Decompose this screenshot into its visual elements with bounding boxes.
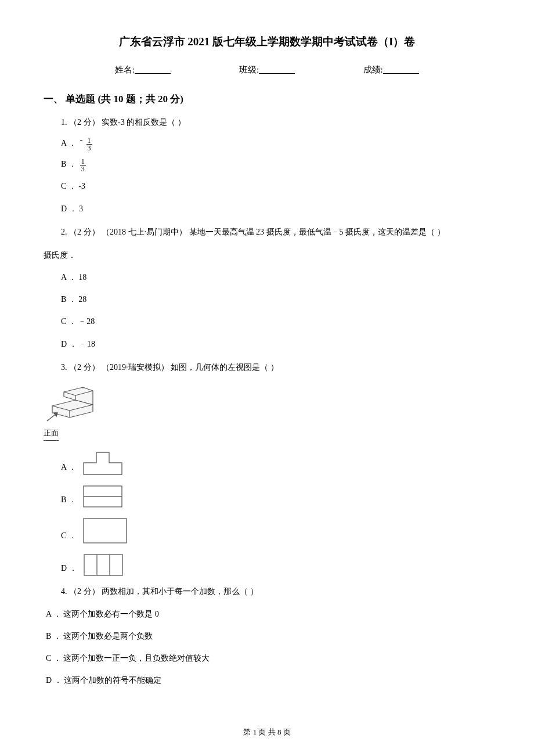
score-blank[interactable] — [383, 65, 419, 74]
name-label: 姓名: — [115, 65, 135, 74]
iso-3d-solid-icon — [44, 383, 99, 423]
option-label: A ． — [61, 458, 77, 477]
q2-stem-1: 2. （2 分） （2018 七上·易门期中） 某地一天最高气温 23 摄氏度，… — [61, 223, 490, 242]
section-heading-1: 一、 单选题 (共 10 题；共 20 分) — [44, 91, 490, 109]
q3-stem: 3. （2 分） （2019·瑞安模拟） 如图，几何体的左视图是（ ） — [61, 358, 490, 377]
front-face-label: 正面 — [44, 426, 59, 441]
q1-option-d: D ． 3 — [61, 200, 490, 218]
q1-option-b: B ． 13 — [61, 155, 490, 174]
q4-option-d: D ． 这两个加数的符号不能确定 — [46, 671, 490, 690]
q4-option-a: A ． 这两个加数必有一个数是 0 — [46, 605, 490, 624]
svg-rect-13 — [84, 519, 127, 543]
option-label: D ． — [61, 559, 77, 578]
minus-sign: - — [80, 131, 83, 149]
question-2-options: A ． 18 B ． 28 C ． ﹣28 D ． ﹣18 — [61, 268, 490, 354]
q2-option-c: C ． ﹣28 — [61, 312, 490, 331]
question-2: 2. （2 分） （2018 七上·易门期中） 某地一天最高气温 23 摄氏度，… — [61, 223, 490, 242]
student-info-row: 姓名: 班级: 成绩: — [44, 62, 490, 78]
name-blank[interactable] — [135, 65, 171, 74]
q3-option-d: D ． — [61, 551, 490, 578]
q4-option-c: C ． 这两个加数一正一负，且负数绝对值较大 — [46, 649, 490, 668]
question-3: 3. （2 分） （2019·瑞安模拟） 如图，几何体的左视图是（ ） — [61, 358, 490, 377]
class-label: 班级: — [239, 65, 259, 74]
q1-stem: 1. （2 分） 实数-3 的相反数是（ ） — [61, 113, 490, 132]
fraction-icon: 13 — [86, 137, 92, 152]
split-rect-h-icon — [80, 483, 125, 509]
question-1: 1. （2 分） 实数-3 的相反数是（ ） A ． -13 B ． 13 C … — [61, 113, 490, 218]
svg-marker-10 — [54, 413, 57, 416]
q2-option-a: A ． 18 — [61, 268, 490, 287]
q4-option-b: B ． 这两个加数必是两个负数 — [46, 627, 490, 646]
q4-stem: 4. （2 分） 两数相加，其和小于每一个加数，那么（ ） — [61, 582, 490, 601]
split-rect-v-icon — [81, 551, 126, 578]
option-label: A ． — [61, 134, 77, 153]
q3-option-a: A ． — [61, 449, 490, 477]
option-label: B ． — [61, 491, 77, 509]
svg-rect-14 — [84, 555, 122, 575]
page-title: 广东省云浮市 2021 版七年级上学期数学期中考试试卷（I）卷 — [44, 32, 490, 52]
score-label: 成绩: — [363, 65, 383, 74]
question-4: 4. （2 分） 两数相加，其和小于每一个加数，那么（ ） A ． 这两个加数必… — [61, 582, 490, 690]
q2-option-b: B ． 28 — [61, 290, 490, 309]
rect-icon — [80, 515, 129, 545]
q1-option-c: C ． -3 — [61, 177, 490, 196]
page-footer: 第 1 页 共 8 页 — [0, 725, 534, 739]
option-label: C ． — [61, 527, 77, 545]
q2-stem-2: 摄氏度． — [44, 246, 490, 265]
q3-option-b: B ． — [61, 483, 490, 509]
q3-option-c: C ． — [61, 515, 490, 545]
class-blank[interactable] — [259, 65, 295, 74]
t-shape-icon — [80, 449, 125, 477]
q3-figure-block: 正面 — [44, 383, 490, 441]
q1-option-a: A ． -13 — [61, 134, 490, 153]
question-3-options: A ． B ． C ． D ． — [61, 449, 490, 578]
q2-option-d: D ． ﹣18 — [61, 335, 490, 354]
option-label: B ． — [61, 155, 77, 174]
fraction-icon: 13 — [80, 158, 86, 172]
